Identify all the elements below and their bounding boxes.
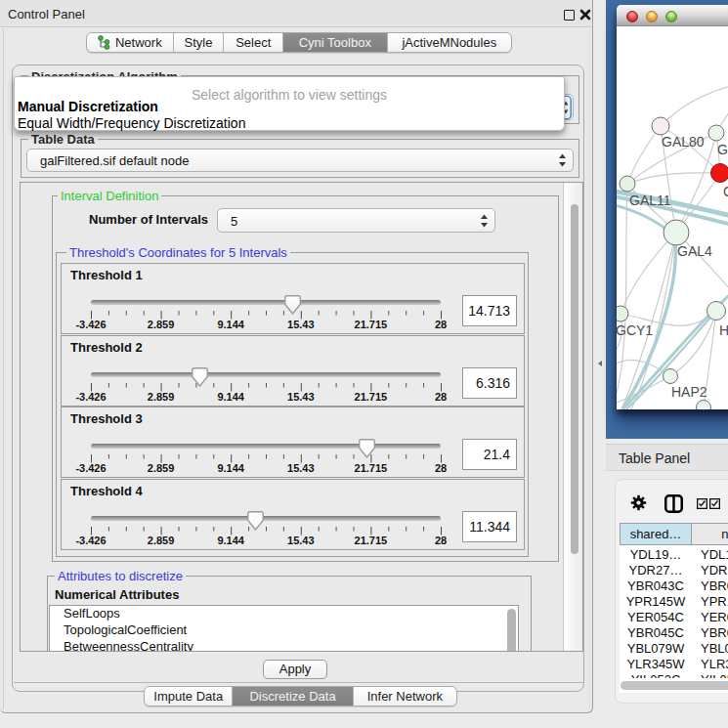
svg-text:HIS4: HIS4 — [719, 322, 728, 338]
svg-text:CY: CY — [723, 184, 728, 199]
svg-text:GAL3: GAL3 — [717, 142, 728, 157]
svg-text:HAP2: HAP2 — [671, 384, 707, 400]
svg-text:GAL11: GAL11 — [629, 193, 671, 208]
svg-text:GAL4: GAL4 — [677, 243, 712, 259]
svg-text:GAL80: GAL80 — [662, 134, 705, 150]
svg-text:GCY1: GCY1 — [617, 322, 653, 338]
